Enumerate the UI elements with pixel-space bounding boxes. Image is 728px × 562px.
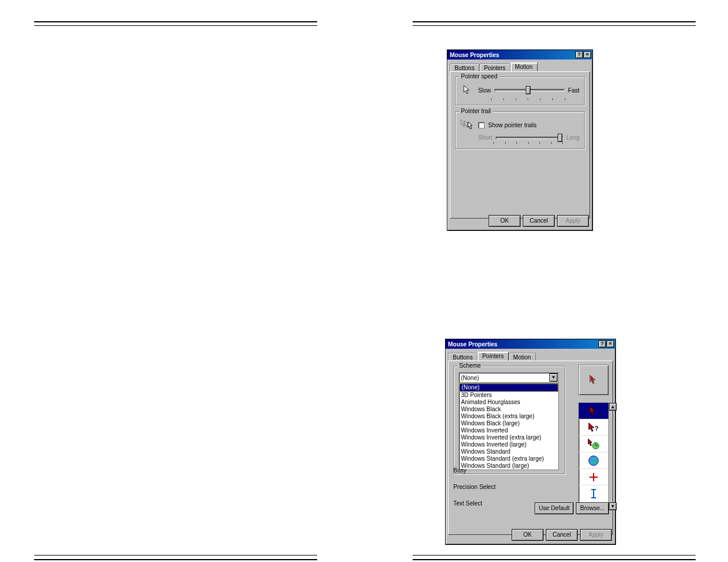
ok-button[interactable]: OK [489,215,521,227]
close-icon[interactable]: × [607,340,614,348]
svg-point-2 [589,455,598,465]
titlebar[interactable]: Mouse Properties ? × [447,50,592,59]
cancel-button[interactable]: Cancel [546,529,578,541]
scheme-combo[interactable]: (None) ▼ [459,372,559,383]
rule [413,559,696,560]
list-item[interactable]: 3D Pointers [459,392,558,399]
dialog-button-row: OK Cancel Apply [512,529,612,541]
speed-slider[interactable] [495,89,565,91]
cursor-row[interactable] [579,485,608,502]
rule [34,21,317,22]
help-icon[interactable]: ? [575,51,583,58]
pointer-speed-group: Pointer speed Slow Fast [455,77,585,105]
cursor-row[interactable] [579,436,608,452]
titlebar[interactable]: Mouse Properties ? × [446,339,615,349]
tab-pointers[interactable]: Pointers [479,64,510,72]
list-item[interactable]: Windows Standard [459,448,558,455]
group-label: Scheme [457,362,483,369]
cursor-preview [578,365,609,395]
mouse-properties-pointers-dialog: Mouse Properties ? × Buttons Pointers Mo… [445,339,616,545]
cursor-row[interactable] [579,452,608,469]
scroll-up-icon[interactable]: ▲ [609,403,617,411]
rule [34,555,317,556]
cursor-label: Busy [453,467,496,474]
help-icon[interactable]: ? [598,340,606,348]
short-label: Short [478,134,492,141]
list-item[interactable]: Windows Inverted (large) [459,441,558,448]
tab-buttons[interactable]: Buttons [448,353,477,361]
cursor-list[interactable]: ? ▲ ▼ [578,402,609,511]
cursor-labels: Busy Precision Select Text Select [453,467,496,507]
tabpanel-motion: Pointer speed Slow Fast Pointer trail [450,71,590,219]
cursor-label: Precision Select [453,484,496,490]
rule [34,25,317,26]
window-title: Mouse Properties [448,341,498,348]
list-item[interactable]: Animated Hourglasses [459,399,558,406]
scheme-selected: (None) [461,375,479,381]
rule [34,559,317,560]
cursor-label: Text Select [453,500,496,507]
svg-text:?: ? [595,424,599,431]
list-item[interactable]: Windows Inverted [459,427,558,434]
apply-button[interactable]: Apply [580,529,612,541]
rule [413,25,696,26]
scroll-down-icon[interactable]: ▼ [609,503,617,510]
speed-icon [460,83,475,97]
tab-motion[interactable]: Motion [509,353,536,361]
ok-button[interactable]: OK [512,529,543,541]
cursor-row[interactable]: ? [579,419,608,436]
tab-buttons[interactable]: Buttons [450,64,479,72]
list-item[interactable]: (None) [459,384,558,392]
list-item[interactable]: Windows Black [459,406,558,413]
trail-icon [460,118,475,132]
tabstrip: Buttons Pointers Motion [447,59,592,71]
slow-label: Slow [478,87,491,94]
apply-button[interactable]: Apply [557,215,589,227]
tab-motion[interactable]: Motion [510,62,538,71]
list-item[interactable]: Windows Black (large) [459,420,558,427]
trail-slider[interactable] [496,137,563,139]
cancel-button[interactable]: Cancel [523,215,555,227]
group-label: Pointer trail [459,108,493,114]
long-label: Long [566,134,579,141]
show-trails-checkbox[interactable] [478,122,485,128]
list-item[interactable]: Windows Inverted (extra large) [459,434,558,441]
use-default-button[interactable]: Use Default [535,503,574,514]
list-item[interactable]: Windows Black (extra large) [459,413,558,420]
chevron-down-icon[interactable]: ▼ [549,373,558,382]
cursor-row[interactable] [579,469,608,485]
scheme-group: Scheme (None) ▼ (None) 3D Pointers Anima… [453,366,565,474]
pointer-trail-group: Pointer trail Show pointer trails Short [455,111,585,149]
list-item[interactable]: Windows Standard (extra large) [459,455,558,462]
window-title: Mouse Properties [450,52,499,58]
group-label: Pointer speed [459,73,499,80]
close-icon[interactable]: × [584,51,591,58]
tab-pointers[interactable]: Pointers [477,352,509,361]
tabpanel-pointers: Scheme (None) ▼ (None) 3D Pointers Anima… [448,361,613,535]
rule [413,555,696,556]
rule [413,21,696,22]
pointer-button-row: Use Default Browse... [535,503,609,514]
fast-label: Fast [568,87,579,94]
scheme-listbox[interactable]: (None) 3D Pointers Animated Hourglasses … [459,383,559,470]
tabstrip: Buttons Pointers Motion [446,349,615,361]
show-trails-label: Show pointer trails [488,122,536,128]
mouse-properties-motion-dialog: Mouse Properties ? × Buttons Pointers Mo… [447,49,593,231]
cursor-row[interactable] [579,403,608,419]
browse-button[interactable]: Browse... [576,503,609,514]
dialog-button-row: OK Cancel Apply [489,215,589,227]
